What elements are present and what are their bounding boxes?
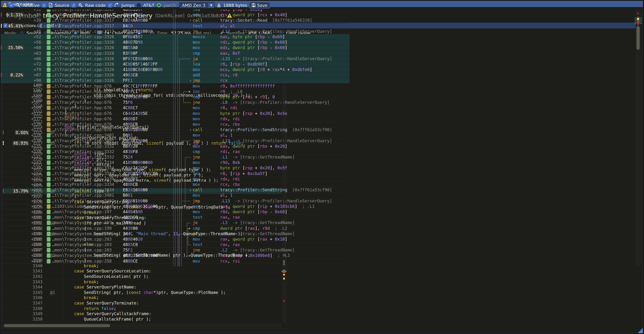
asm-row[interactable]: +141…t\TracyProfiler.cpp:33327524jne.L1 … bbox=[1, 155, 350, 160]
asm-row[interactable]: +102…t\TracyProfiler.hpp:67642803C0F00cm… bbox=[1, 94, 350, 100]
asm-row[interactable]: +99…t\TracyProfiler.hpp:67649FFC1incr9 ;… bbox=[1, 89, 350, 94]
source-checkbox[interactable]: ✓ bbox=[42, 3, 46, 7]
source-line[interactable]: 3348return false; bbox=[3, 306, 282, 311]
chevron-down-icon[interactable]: ▼ bbox=[208, 3, 214, 7]
file-color-swatch bbox=[47, 29, 50, 34]
att-label[interactable]: AT&T bbox=[143, 3, 154, 8]
asm-row[interactable]: +216…mon\TracySystem.cpp:258488BCEmovrcx… bbox=[1, 259, 350, 264]
jumps-label[interactable]: Jumps bbox=[122, 3, 134, 8]
source-horizontal-scrollbar[interactable] bbox=[3, 323, 282, 328]
weight-icon bbox=[217, 2, 221, 8]
asm-row[interactable]: +172…t\TracyProfiler.cpp:3401B001moval, … bbox=[1, 193, 350, 198]
asm-row[interactable]: +128…t\TracyProfiler.cpp:3401B001moval, … bbox=[1, 133, 350, 138]
asm-row[interactable]: +39…t\TracyProfiler.cpp:3317E824AA0000‹c… bbox=[1, 18, 350, 23]
asm-row[interactable]: +112…t\TracyProfiler.hpp:676C64424205Emo… bbox=[1, 111, 350, 116]
asm-row[interactable]: +164…t\TracyProfiler.cpp:3334488BCBmovrc… bbox=[1, 182, 350, 187]
asm-row[interactable]: +56…t\TracyProfiler.cpp:3326488B7D98movr… bbox=[1, 40, 350, 45]
asm-row[interactable]: +72…t\TracyProfiler.cpp:33264C8D05F146F2… bbox=[1, 62, 350, 67]
source-line[interactable]: 3350QueueCallstackFrame( ptr ); bbox=[3, 317, 282, 322]
asm-row[interactable]: +123…t\TracyProfiler.hpp:676E850160000‹c… bbox=[1, 127, 350, 133]
asm-row[interactable]: +31…t\TracyProfiler.cpp:3317488D5597lear… bbox=[1, 9, 350, 12]
assembly-vertical-scrollbar[interactable] bbox=[636, 10, 641, 266]
relative-checkbox[interactable]: ✓ bbox=[9, 3, 14, 7]
uarch-label: µarch: bbox=[164, 3, 177, 8]
asm-row[interactable]: +209…mon\TracySystem.cpp:258488D35E88610… bbox=[1, 253, 350, 258]
asm-row[interactable]: +174…t\TracyProfiler.cpp:3401E9B8010000j… bbox=[1, 198, 350, 204]
file-color-swatch bbox=[47, 133, 50, 138]
save-button[interactable]: Save bbox=[249, 2, 270, 8]
asm-row[interactable]: +90…t\TracyProfiler.cpp:3326FFE1‹jmprcx bbox=[1, 78, 350, 83]
asm-row[interactable]: +92…t\TracyProfiler.hpp:67649C7C1FFFFFFF… bbox=[1, 83, 350, 89]
file-color-swatch bbox=[47, 100, 50, 105]
source-view-window: ▼Source view Symbol: tracy::Profiler::Ha… bbox=[1, 1, 643, 333]
warning-icon bbox=[2, 3, 7, 7]
asm-row[interactable]: +193…mon\TracySystem.cpp:197740Eje.L3 ->… bbox=[1, 220, 350, 225]
asm-row[interactable]: +63…t\TracyProfiler.cpp:332683F80Fcmpeax… bbox=[1, 51, 350, 56]
file-color-swatch bbox=[47, 24, 50, 28]
source-line[interactable]: 3341case ServerQuerySourceLocation: bbox=[3, 268, 282, 274]
asm-row[interactable]: +130…t\TracyProfiler.cpp:3401E9E4010000j… bbox=[1, 138, 350, 144]
asm-row[interactable]: +207…mon\TracySystem.cpp:20375F2jne.L2 -… bbox=[1, 247, 350, 253]
asm-row[interactable]: +117…t\TracyProfiler.hpp:676488BD7movrdx… bbox=[1, 116, 350, 122]
asm-row[interactable]: +46…t\TracyProfiler.cpp:33170F8435020000… bbox=[1, 29, 350, 34]
asm-row[interactable]: +107…t\TracyProfiler.hpp:67675F6jne.L0 -… bbox=[1, 100, 350, 105]
asm-row[interactable]: 15.50%+60…t\TracyProfiler.cpp:33268B55A0… bbox=[1, 45, 350, 50]
raw-code-checkbox[interactable]: ✓ bbox=[71, 3, 76, 7]
att-radio[interactable] bbox=[136, 3, 141, 7]
uarch-select[interactable]: AMD Zen 3 ▼ bbox=[179, 2, 215, 8]
source-line[interactable]: 3349case ServerQueryCallstackFrame: bbox=[3, 311, 282, 317]
file-color-swatch bbox=[47, 78, 50, 83]
asm-row[interactable]: +66…t\TracyProfiler.cpp:33260F87CE060000… bbox=[1, 56, 350, 62]
assembly-pane: ✓ Relative ✓ Source ✓ Raw code ✓ Jumps A… bbox=[1, 1, 356, 267]
source-line[interactable]: 3344case ServerQueryPlotName: bbox=[3, 285, 282, 290]
asm-row[interactable]: +135…t\TracyProfiler.cpp:33328B4320movea… bbox=[1, 144, 350, 149]
source-hscroll-thumb[interactable] bbox=[4, 324, 110, 327]
asm-row[interactable]: +167…t\TracyProfiler.cpp:3334E824160000‹… bbox=[1, 187, 350, 193]
asm-row[interactable]: +138…t\TracyProfiler.cpp:3332483BF8cmprd… bbox=[1, 149, 350, 155]
asm-row[interactable]: +143…t\TracyProfiler.cpp:333441B90B00000… bbox=[1, 160, 350, 165]
asm-row[interactable]: +200…mon\TracySystem.cpp:203488B4010movr… bbox=[1, 237, 350, 242]
source-line[interactable]: 3342SendSourceLocation( ptr ); bbox=[3, 274, 282, 279]
file-color-swatch bbox=[47, 106, 50, 110]
source-line[interactable]: 3347case ServerQueryTerminate: bbox=[3, 301, 282, 306]
file-color-swatch bbox=[47, 193, 50, 198]
file-color-swatch bbox=[47, 248, 50, 252]
asm-row[interactable]: +120…t\TracyProfiler.hpp:676488BCBmovrcx… bbox=[1, 122, 350, 127]
asm-row[interactable]: 0.22%+87…t\TracyProfiler.cpp:33264903C8a… bbox=[1, 72, 350, 78]
asm-row[interactable]: 1.31%+35…t\TracyProfiler.cpp:3317488B494… bbox=[1, 12, 350, 18]
asm-row[interactable]: +154…t\TracyProfiler.cpp:33344C8D055FBA0… bbox=[1, 171, 350, 176]
file-color-swatch bbox=[47, 122, 50, 127]
asm-row[interactable]: +195…mon\TracySystem.cpp:199443900cmpdwo… bbox=[1, 226, 350, 231]
file-color-swatch bbox=[47, 177, 50, 181]
assembly-scroll-thumb[interactable] bbox=[636, 26, 640, 50]
gear-icon bbox=[78, 3, 83, 7]
asm-row[interactable]: +190…mon\TracySystem.cpp:1974885C0testra… bbox=[1, 215, 350, 220]
jumps-checkbox[interactable]: ✓ bbox=[108, 3, 112, 7]
asm-row[interactable]: +198…mon\TracySystem.cpp:199744Cje.L6 ->… bbox=[1, 231, 350, 237]
asm-row[interactable]: +149…t\TracyProfiler.cpp:3334C64424205Fm… bbox=[1, 165, 350, 171]
asm-row[interactable]: +186…mon\TracySystem.cpp:197448B4598movr… bbox=[1, 209, 350, 215]
asm-row[interactable]: +179…1103\include\atomic:1048488B05B63C1… bbox=[1, 204, 350, 209]
file-color-swatch bbox=[47, 259, 50, 263]
source-line[interactable]: 3343break; bbox=[3, 279, 282, 285]
asm-row[interactable]: 45.41%+44…t\TracyProfiler.cpp:331784C0te… bbox=[1, 23, 350, 29]
asm-row[interactable]: +109…t\TracyProfiler.hpp:6764C8BC7movr8,… bbox=[1, 105, 350, 111]
file-color-swatch bbox=[47, 171, 50, 176]
file-color-swatch bbox=[47, 51, 50, 56]
jump-arrow-icon bbox=[114, 3, 119, 7]
source-toggle-label[interactable]: Source bbox=[55, 3, 70, 8]
asm-row[interactable]: +161…t\TracyProfiler.cpp:3334488BD7movrd… bbox=[1, 176, 350, 182]
source-line[interactable]: 3346break; bbox=[3, 295, 282, 301]
source-line[interactable]: 3345@1SendString( ptr, (const char*)ptr,… bbox=[3, 290, 282, 295]
relative-label[interactable]: Relative bbox=[22, 3, 40, 8]
file-color-swatch bbox=[47, 166, 50, 170]
uarch-value: AMD Zen 3 bbox=[182, 3, 205, 8]
raw-code-label[interactable]: Raw code bbox=[85, 3, 106, 8]
asm-row[interactable]: +52…t\TracyProfiler.cpp:33260FB64597movz… bbox=[1, 34, 350, 40]
asm-row[interactable]: +204…mon\TracySystem.cpp:2034885C0testra… bbox=[1, 242, 350, 247]
asm-row[interactable]: +79…t\TracyProfiler.cpp:3326418B8C80E0BF… bbox=[1, 67, 350, 72]
assembly-toolbar: ✓ Relative ✓ Source ✓ Raw code ✓ Jumps A… bbox=[2, 1, 643, 9]
resize-grip[interactable] bbox=[638, 328, 643, 333]
file-color-swatch bbox=[47, 253, 50, 258]
assembly-view[interactable]: +31…t\TracyProfiler.cpp:3317488D5597lear… bbox=[1, 9, 350, 267]
